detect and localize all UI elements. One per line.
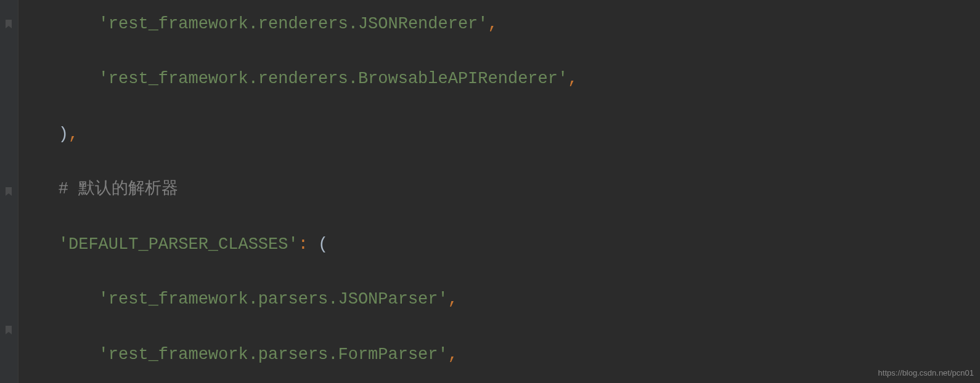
string-literal: 'rest_framework.renderers.BrowsableAPIRe… [99, 70, 568, 88]
watermark-text: https://blog.csdn.net/pcn01 [878, 366, 974, 379]
indent [18, 290, 99, 308]
indent [18, 235, 59, 254]
comma: , [488, 15, 498, 33]
editor-gutter [0, 0, 18, 383]
open-paren: ( [318, 235, 328, 254]
bookmark-icon [4, 11, 14, 21]
string-literal: 'rest_framework.parsers.FormParser' [99, 345, 448, 364]
indent [18, 345, 99, 364]
code-line: ), [18, 121, 638, 148]
comma: , [568, 70, 578, 88]
indent [18, 70, 99, 88]
dict-key: 'DEFAULT_PARSER_CLASSES' [59, 235, 298, 254]
colon: : [298, 235, 308, 254]
string-literal: 'rest_framework.renderers.JSONRenderer' [99, 15, 488, 33]
bookmark-icon [4, 317, 14, 327]
code-line: 'rest_framework.renderers.BrowsableAPIRe… [18, 65, 638, 93]
code-line: # 默认的解析器 [18, 175, 638, 203]
close-paren: ) [59, 125, 68, 143]
indent [18, 180, 59, 198]
code-line: 'rest_framework.renderers.JSONRenderer', [18, 10, 638, 38]
comma: , [448, 290, 458, 308]
bookmark-icon [4, 179, 14, 188]
code-line: 'rest_framework.parsers.FormParser', [18, 341, 638, 369]
indent [18, 125, 59, 143]
indent [18, 15, 99, 33]
comma: , [448, 345, 458, 364]
comment: # 默认的解析器 [59, 180, 178, 198]
code-editor-content[interactable]: 'rest_framework.renderers.JSONRenderer',… [18, 0, 638, 383]
code-line: 'DEFAULT_PARSER_CLASSES': ( [18, 231, 638, 259]
string-literal: 'rest_framework.parsers.JSONParser' [99, 290, 448, 308]
comma: , [68, 125, 78, 143]
code-line: 'rest_framework.parsers.JSONParser', [18, 286, 638, 313]
